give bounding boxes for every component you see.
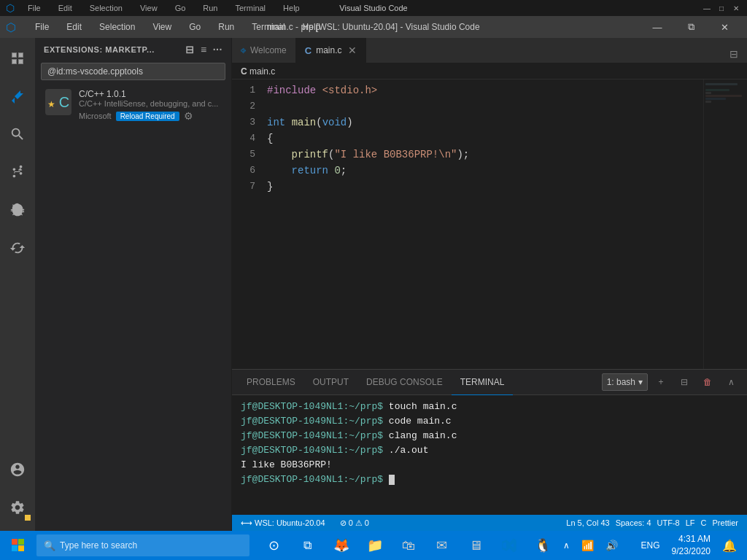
code-line-2 bbox=[267, 98, 703, 114]
tab-terminal[interactable]: TERMINAL bbox=[452, 370, 514, 395]
terminal-body[interactable]: jf@DESKTOP-1049NL1:~/prp$ touch main.c j… bbox=[232, 395, 747, 515]
network-icon[interactable]: 📶 bbox=[577, 538, 598, 553]
notifications-button[interactable]: 🔔 bbox=[718, 537, 741, 554]
extension-cpp-desc: C/C++ IntelliSense, debugging, and c... bbox=[79, 99, 222, 108]
extension-item-cpp[interactable]: ★ C C/C++ 1.0.1 C/C++ IntelliSense, debu… bbox=[35, 83, 231, 128]
os-menu-help[interactable]: Help bbox=[279, 2, 304, 14]
terminal-line-3: jf@DESKTOP-1049NL1:~/prp$ clang main.c bbox=[241, 429, 738, 443]
activity-search[interactable] bbox=[0, 117, 35, 152]
activity-accounts[interactable] bbox=[0, 452, 35, 487]
terminal-panel: PROBLEMS OUTPUT DEBUG CONSOLE TERMINAL 1… bbox=[232, 369, 747, 515]
sort-icon[interactable]: ≡ bbox=[201, 44, 207, 55]
vscode-maximize-button[interactable]: ⧉ bbox=[674, 16, 708, 38]
extension-search-input[interactable] bbox=[41, 63, 225, 80]
vscode-window: ⬡ File Edit Selection View Go Run Termin… bbox=[0, 16, 747, 531]
extension-settings-icon[interactable]: ⚙ bbox=[184, 110, 193, 122]
code-line-3: int main(void) bbox=[267, 114, 703, 131]
status-formatter[interactable]: Prettier bbox=[710, 518, 741, 527]
tab-problems[interactable]: PROBLEMS bbox=[238, 370, 304, 395]
code-content[interactable]: #include <stdio.h> int main(void) { prin… bbox=[261, 79, 703, 369]
activity-remote[interactable] bbox=[0, 230, 35, 265]
os-menu-edit[interactable]: Edit bbox=[54, 2, 77, 14]
filter-icon[interactable]: ⊟ bbox=[185, 44, 195, 55]
tab-debug-console[interactable]: DEBUG CONSOLE bbox=[357, 370, 452, 395]
breadcrumb-path: main.c bbox=[249, 66, 275, 77]
activity-debug[interactable] bbox=[0, 192, 35, 228]
maximize-panel-button[interactable]: ∧ bbox=[721, 372, 741, 392]
status-remote[interactable]: ⟷ WSL: Ubuntu-20.04 bbox=[238, 518, 328, 528]
status-cursor-position[interactable]: Ln 5, Col 43 bbox=[563, 518, 612, 527]
taskbar-task-view[interactable]: ⧉ bbox=[292, 531, 324, 560]
reload-required-badge[interactable]: Reload Required bbox=[116, 112, 179, 121]
os-menu-selection[interactable]: Selection bbox=[85, 2, 127, 14]
minimap bbox=[703, 79, 747, 369]
sidebar-actions[interactable]: ⊟ ≡ ··· bbox=[185, 44, 222, 55]
os-menu-file[interactable]: File bbox=[23, 2, 45, 14]
language-indicator[interactable]: ENG bbox=[637, 539, 665, 552]
tab-main-c[interactable]: C main.c ✕ bbox=[296, 38, 366, 63]
vscode-window-controls[interactable]: — ⧉ ✕ bbox=[640, 16, 741, 38]
os-menu-view[interactable]: View bbox=[136, 2, 162, 14]
vscode-menu-edit[interactable]: Edit bbox=[62, 20, 86, 34]
status-eol[interactable]: LF bbox=[683, 518, 698, 527]
taskbar-file-explorer[interactable]: 📁 bbox=[359, 531, 391, 560]
editor-area: ⎆ Welcome C main.c ✕ ⊟ C main.c bbox=[232, 38, 747, 531]
vscode-menu-go[interactable]: Go bbox=[185, 20, 205, 34]
minimize-button[interactable]: — bbox=[702, 3, 712, 13]
volume-icon[interactable]: 🔊 bbox=[601, 538, 622, 553]
battery-icon[interactable] bbox=[625, 544, 634, 547]
close-button[interactable]: ✕ bbox=[731, 3, 741, 13]
status-encoding[interactable]: UTF-8 bbox=[654, 518, 683, 527]
vscode-main: EXTENSIONS: MARKETP... ⊟ ≡ ··· ★ C bbox=[0, 38, 747, 531]
taskbar-terminal[interactable]: 🖥 bbox=[460, 531, 492, 560]
taskbar-cortana[interactable]: ⊙ bbox=[258, 531, 290, 560]
vscode-minimize-button[interactable]: — bbox=[640, 16, 674, 38]
terminal-actions: 1: bash ▾ + ⊟ 🗑 ∧ bbox=[602, 372, 741, 392]
more-icon[interactable]: ··· bbox=[213, 44, 222, 55]
os-menu[interactable]: ⬡ File Edit Selection View Go Run Termin… bbox=[6, 2, 304, 14]
taskbar-system-tray: ∧ 📶 🔊 ENG 4:31 AM 9/23/2020 🔔 bbox=[559, 532, 744, 559]
taskbar-clock[interactable]: 4:31 AM 9/23/2020 bbox=[667, 532, 715, 559]
split-terminal-button[interactable]: ⊟ bbox=[674, 372, 694, 392]
taskbar-edge[interactable]: 🦊 bbox=[325, 531, 357, 560]
split-editor-icon[interactable]: ⊟ bbox=[727, 45, 741, 63]
status-errors[interactable]: ⊘ 0 ⚠ 0 bbox=[337, 518, 372, 528]
status-spaces[interactable]: Spaces: 4 bbox=[613, 518, 654, 527]
os-menu-run[interactable]: Run bbox=[198, 2, 222, 14]
extension-cpp-info: C/C++ 1.0.1 C/C++ IntelliSense, debuggin… bbox=[79, 89, 222, 122]
terminal-line-2: jf@DESKTOP-1049NL1:~/prp$ code main.c bbox=[241, 414, 738, 429]
vscode-close-button[interactable]: ✕ bbox=[708, 16, 741, 38]
tab-output[interactable]: OUTPUT bbox=[304, 370, 357, 395]
taskbar-search[interactable]: 🔍 Type here to search bbox=[36, 534, 249, 556]
os-menu-go[interactable]: Go bbox=[171, 2, 190, 14]
code-editor[interactable]: 1 2 3 4 5 6 7 #include <stdio.h> int mai… bbox=[232, 79, 747, 369]
activity-extensions[interactable] bbox=[0, 79, 35, 114]
activity-settings[interactable] bbox=[0, 490, 35, 525]
tray-expand[interactable]: ∧ bbox=[559, 539, 574, 552]
taskbar-mail[interactable]: ✉ bbox=[426, 531, 458, 560]
kill-terminal-button[interactable]: 🗑 bbox=[697, 372, 718, 392]
line-num-2: 2 bbox=[232, 98, 255, 114]
os-window-controls[interactable]: — □ ✕ bbox=[702, 3, 741, 13]
vscode-menu-selection[interactable]: Selection bbox=[95, 20, 139, 34]
start-button[interactable] bbox=[3, 531, 34, 560]
taskbar-store[interactable]: 🛍 bbox=[392, 531, 425, 560]
taskbar-vscode[interactable] bbox=[493, 531, 525, 560]
vscode-menu-file[interactable]: File bbox=[31, 20, 53, 34]
terminal-shell-dropdown[interactable]: 1: bash ▾ bbox=[602, 373, 648, 391]
vscode-menu-view[interactable]: View bbox=[148, 20, 176, 34]
activity-scm[interactable] bbox=[0, 155, 35, 190]
tab-welcome[interactable]: ⎆ Welcome bbox=[232, 38, 296, 63]
sidebar-title: EXTENSIONS: MARKETP... bbox=[44, 45, 155, 54]
tab-main-c-close[interactable]: ✕ bbox=[348, 44, 357, 56]
taskbar-ubuntu[interactable]: 🐧 bbox=[527, 531, 559, 560]
terminal-cmd-3: clang main.c bbox=[389, 430, 457, 441]
extension-cpp-name: C/C++ 1.0.1 bbox=[79, 89, 222, 99]
maximize-button[interactable]: □ bbox=[716, 3, 727, 13]
tab-bar-actions[interactable]: ⊟ bbox=[727, 45, 747, 63]
status-language[interactable]: C bbox=[698, 518, 710, 527]
vscode-menu-run[interactable]: Run bbox=[214, 20, 239, 34]
add-terminal-button[interactable]: + bbox=[651, 372, 671, 392]
activity-explorer[interactable] bbox=[0, 41, 35, 76]
os-menu-terminal[interactable]: Terminal bbox=[231, 2, 271, 14]
